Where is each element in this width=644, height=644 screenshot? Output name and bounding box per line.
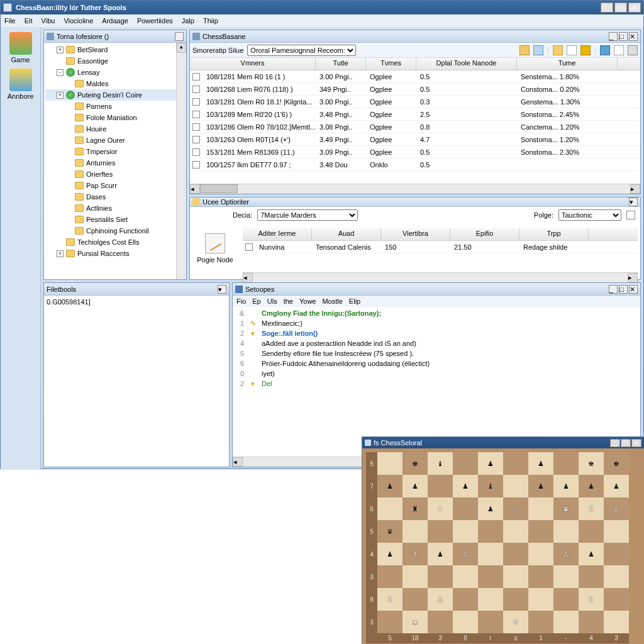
menu-viocioline[interactable]: Viocioline: [64, 17, 93, 25]
board-square[interactable]: [478, 520, 503, 543]
board-square[interactable]: ♘: [503, 497, 528, 520]
col-header[interactable]: Dplal Toole Nanode: [416, 58, 517, 70]
board-square[interactable]: ♙: [604, 497, 629, 520]
opt-col-header[interactable]: Aditer Ierme: [243, 228, 312, 240]
board-square[interactable]: ♖: [579, 588, 604, 611]
board-square[interactable]: [453, 497, 478, 520]
board-square[interactable]: [453, 520, 478, 543]
board-square[interactable]: [528, 543, 553, 565]
db-hscrollbar[interactable]: ◂▸: [190, 184, 640, 194]
polge-select[interactable]: Tauctionic: [558, 209, 621, 221]
menu-thiip[interactable]: Thiip: [203, 17, 218, 25]
board-square[interactable]: ♝: [428, 452, 453, 475]
tree-item[interactable]: Pap Scurr: [45, 180, 185, 191]
tree-close-icon[interactable]: [175, 32, 184, 41]
board-square[interactable]: ♟: [528, 452, 553, 475]
refresh-icon[interactable]: [519, 45, 530, 55]
expand-icon[interactable]: +: [57, 47, 64, 53]
table-row[interactable]: 103/1263 Olem R0T(14 (+')3.49 Pngi..Ogpl…: [190, 133, 640, 146]
board-square[interactable]: [553, 611, 579, 633]
board-square[interactable]: ♟: [579, 475, 604, 497]
board-square[interactable]: [579, 611, 604, 633]
chess-min-button[interactable]: _: [610, 439, 620, 447]
rail-annbore[interactable]: Annbore: [6, 69, 36, 100]
board-square[interactable]: ♚: [579, 452, 604, 475]
board-square[interactable]: ♝: [478, 475, 503, 497]
board-square[interactable]: [553, 452, 579, 475]
decia-select[interactable]: 7Marcule Marders: [257, 209, 358, 221]
tree-item[interactable]: Houire: [45, 123, 185, 135]
opt-more-button[interactable]: [626, 211, 635, 219]
table-row[interactable]: 108/1281 Mem R0 16 (1 )3.00 Pngi..Ogplee…: [190, 70, 640, 83]
code-line[interactable]: 4 aAdded ave a posteractiion Neadde ind …: [235, 340, 638, 350]
board-square[interactable]: [478, 565, 503, 588]
board-square[interactable]: ♟: [553, 475, 579, 497]
board-square[interactable]: [503, 452, 528, 475]
expand-icon[interactable]: -: [57, 69, 64, 76]
board-square[interactable]: [428, 565, 453, 588]
opt-col-header[interactable]: Epifio: [450, 228, 519, 240]
col-header[interactable]: Vmners: [190, 58, 316, 70]
chess-close-button[interactable]: ✕: [631, 439, 641, 447]
board-square[interactable]: [604, 565, 629, 588]
filter-select[interactable]: Ororal Pamesiognnal Receom:: [247, 45, 356, 56]
row-checkbox[interactable]: [192, 161, 200, 169]
board-square[interactable]: [604, 520, 629, 543]
board-square[interactable]: [377, 611, 402, 633]
col-header[interactable]: Tutle: [316, 58, 366, 70]
board-square[interactable]: [453, 565, 478, 588]
code-line[interactable]: 2▾Del: [235, 380, 638, 390]
menu-ardaage[interactable]: Ardaage: [102, 17, 128, 25]
table-row[interactable]: 100/1257 Ikm DET77 0.97 ;3.48 DouOnklo0.…: [190, 158, 640, 171]
board-square[interactable]: [579, 565, 604, 588]
board-square[interactable]: [428, 611, 453, 633]
board-square[interactable]: ♟: [453, 475, 478, 497]
col-header[interactable]: Tvmes: [366, 58, 416, 70]
grid-icon[interactable]: [628, 45, 638, 55]
board-square[interactable]: [604, 543, 629, 565]
disk-icon[interactable]: [533, 45, 543, 55]
tree-scrollbar[interactable]: ▴: [176, 43, 186, 279]
table-row[interactable]: 153/1281 Mem R81369 (11.)3.09 Pngi..Ogpl…: [190, 146, 640, 158]
code-max-button[interactable]: □: [619, 285, 628, 294]
opt-hscrollbar[interactable]: ◂▸: [243, 272, 638, 282]
tree-item[interactable]: Tmpersior: [45, 146, 185, 157]
board-square[interactable]: [553, 588, 579, 611]
table-row[interactable]: 103/1286 Olem R0 78/102.]Memtl...3.08 Pn…: [190, 121, 640, 133]
board-square[interactable]: [553, 520, 579, 543]
code-line[interactable]: 6 Próier-Fuddoic Atihenaineildoreng uoda…: [235, 360, 638, 370]
board-square[interactable]: [528, 520, 553, 543]
tree-item[interactable]: Pesrialils Siet: [45, 214, 185, 225]
board-square[interactable]: ♟: [478, 497, 503, 520]
board-square[interactable]: ♛: [553, 497, 579, 520]
flag-icon[interactable]: [580, 45, 591, 55]
board-square[interactable]: ♚: [604, 452, 629, 475]
ft-close-button[interactable]: ▾: [218, 285, 226, 294]
code-line[interactable]: 1✎Mextinaecic;): [235, 319, 638, 330]
close-button[interactable]: ✕: [628, 3, 641, 13]
board-square[interactable]: [377, 452, 402, 475]
code-close-button[interactable]: ✕: [629, 285, 638, 294]
board-square[interactable]: ♟: [428, 543, 453, 565]
table-row[interactable]: 103/1289 Mem R0'20 (1'6) )3.48 Pngi..Ogp…: [190, 108, 640, 121]
tree-item[interactable]: Cphinoing Functionil: [45, 225, 185, 236]
board-square[interactable]: ♟: [402, 475, 428, 497]
tree-item[interactable]: Actlinies: [45, 203, 185, 214]
code-min-button[interactable]: _: [609, 285, 618, 294]
board-square[interactable]: [453, 611, 478, 633]
maximize-button[interactable]: □: [614, 3, 627, 13]
opt-checkbox[interactable]: [245, 243, 253, 251]
board-square[interactable]: [428, 475, 453, 497]
board-square[interactable]: [503, 520, 528, 543]
menu-vibu[interactable]: Vibu: [42, 17, 55, 25]
board-square[interactable]: [402, 520, 428, 543]
board-square[interactable]: [503, 475, 528, 497]
board-square[interactable]: ♙: [453, 543, 478, 565]
row-checkbox[interactable]: [192, 86, 200, 93]
tree-item[interactable]: Dases: [45, 191, 185, 203]
code-menu-yowe[interactable]: Yowe: [299, 297, 316, 305]
board-square[interactable]: [478, 611, 503, 633]
opt-col-header[interactable]: Auad: [312, 228, 381, 240]
row-checkbox[interactable]: [192, 111, 200, 118]
minimize-button[interactable]: _: [601, 3, 613, 13]
